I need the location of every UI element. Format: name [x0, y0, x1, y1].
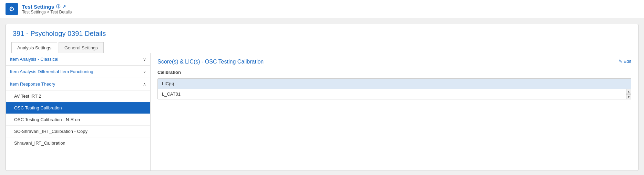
chevron-down-icon: ∨: [143, 57, 146, 62]
external-link-icon[interactable]: ↗: [62, 4, 66, 9]
app-title-text: Test Settings: [22, 4, 54, 10]
page-title: 391 - Psychology 0391 Details: [6, 24, 638, 42]
edit-button[interactable]: ✎ Edit: [619, 59, 631, 64]
scroll-up-arrow[interactable]: ▲: [626, 89, 631, 94]
accordion-item-irt[interactable]: Item Response Theory ∧: [6, 78, 150, 90]
right-pane-header: Score(s) & LIC(s) - OSC Testing Calibrat…: [157, 59, 631, 65]
left-pane: Item Analysis - Classical ∨ Item Analysi…: [6, 53, 151, 171]
breadcrumb-page: Test Details: [50, 10, 72, 14]
accordion-item-analysis-dif[interactable]: Item Analysis Differential Item Function…: [6, 66, 150, 78]
breadcrumb: Test Settings > Test Details: [22, 10, 72, 14]
mini-scrollbar[interactable]: ▲ ▼: [626, 89, 631, 99]
accordion-label-classical: Item Analysis - Classical: [10, 57, 58, 62]
main-wrapper: 391 - Psychology 0391 Details Analysis S…: [0, 18, 644, 175]
tab-general-settings[interactable]: General Settings: [59, 42, 104, 53]
table-row: L_CAT01 ▲ ▼: [158, 89, 631, 99]
two-pane-layout: Item Analysis - Classical ∨ Item Analysi…: [6, 53, 638, 171]
edit-icon: ✎: [619, 59, 622, 64]
chevron-down-icon-2: ∨: [143, 69, 146, 74]
gear-icon: ⚙: [9, 5, 14, 13]
breadcrumb-separator: >: [47, 10, 50, 14]
tab-analysis-settings[interactable]: Analysis Settings: [11, 42, 57, 53]
app-icon: ⚙: [6, 3, 18, 15]
table-header-row: LIC(s): [158, 79, 631, 89]
list-item-shravani-calibration[interactable]: Shravani_IRT_Calibration: [6, 137, 150, 149]
list-item-osc-testing-calibration[interactable]: OSC Testing Calibration: [6, 102, 150, 114]
right-pane-title: Score(s) & LIC(s) - OSC Testing Calibrat…: [157, 59, 264, 65]
right-pane: Score(s) & LIC(s) - OSC Testing Calibrat…: [151, 53, 638, 171]
tab-bar: Analysis Settings General Settings: [6, 42, 638, 53]
section-calibration-label: Calibration: [157, 70, 631, 75]
list-item-av-test-irt2[interactable]: AV Test IRT 2: [6, 90, 150, 102]
table-cell-lcat01: L_CAT01: [162, 91, 181, 97]
breadcrumb-root: Test Settings: [22, 10, 46, 14]
accordion-item-analysis-classical[interactable]: Item Analysis - Classical ∨: [6, 53, 150, 66]
header-title: Test Settings ⓘ ↗: [22, 4, 72, 10]
lic-table: LIC(s) L_CAT01 ▲ ▼: [157, 78, 631, 99]
header-text-block: Test Settings ⓘ ↗ Test Settings > Test D…: [22, 4, 72, 14]
accordion-label-irt: Item Response Theory: [10, 81, 55, 87]
scroll-down-arrow[interactable]: ▼: [626, 94, 631, 99]
chevron-up-icon: ∧: [143, 82, 146, 87]
list-item-osc-testing-nr-on[interactable]: OSC Testing Calibration - N-R on: [6, 114, 150, 126]
table-column-lics: LIC(s): [162, 81, 174, 86]
app-header: ⚙ Test Settings ⓘ ↗ Test Settings > Test…: [0, 0, 644, 18]
help-icon[interactable]: ⓘ: [56, 4, 60, 10]
accordion-label-dif: Item Analysis Differential Item Function…: [10, 69, 93, 74]
list-item-sc-shravani-copy[interactable]: SC-Shravani_IRT_Calibration - Copy: [6, 126, 150, 137]
content-card: 391 - Psychology 0391 Details Analysis S…: [6, 24, 638, 171]
